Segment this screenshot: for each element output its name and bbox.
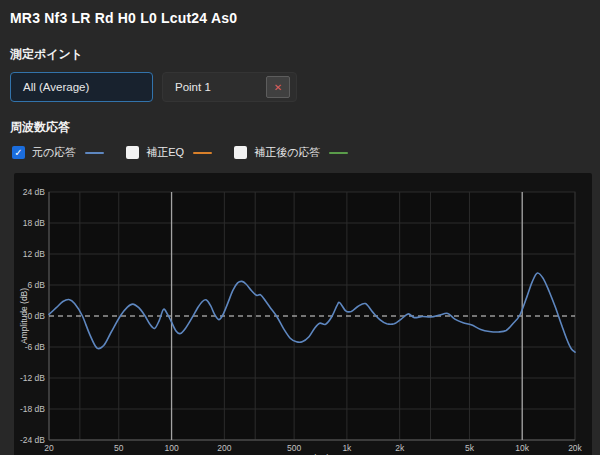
toggle-corrected-response[interactable]: 補正後の応答: [234, 145, 348, 160]
measurement-points-heading: 測定ポイント: [10, 46, 592, 63]
svg-text:1k: 1k: [342, 443, 352, 453]
chip-all-average-label: All (Average): [23, 81, 89, 93]
page: MR3 Nf3 LR Rd H0 L0 Lcut24 As0 測定ポイント Al…: [0, 0, 600, 455]
svg-text:20: 20: [44, 443, 54, 453]
svg-text:-18 dB: -18 dB: [20, 404, 45, 414]
svg-text:20k: 20k: [568, 443, 582, 453]
frequency-response-section: 周波数応答 ✓ 元の応答 補正EQ 補正後の応答: [10, 119, 592, 160]
svg-text:24 dB: 24 dB: [23, 187, 46, 197]
toggle-original-response[interactable]: ✓ 元の応答: [12, 145, 104, 160]
svg-text:200: 200: [217, 443, 231, 453]
measurement-points-section: 測定ポイント All (Average) Point 1 ✕: [10, 46, 592, 102]
toggle-original-response-label: 元の応答: [32, 145, 76, 160]
checkbox-correction-eq-icon[interactable]: [126, 146, 139, 159]
svg-text:6 dB: 6 dB: [28, 280, 46, 290]
measurement-point-chips: All (Average) Point 1 ✕: [10, 72, 592, 102]
chip-all-average[interactable]: All (Average): [10, 72, 153, 102]
frequency-response-chart[interactable]: 24 dB18 dB12 dB6 dB0 dB-6 dB-12 dB-18 dB…: [14, 173, 592, 455]
svg-text:5k: 5k: [465, 443, 475, 453]
svg-text:12 dB: 12 dB: [23, 249, 46, 259]
page-title: MR3 Nf3 LR Rd H0 L0 Lcut24 As0: [10, 10, 592, 26]
series-toggle-row: ✓ 元の応答 補正EQ 補正後の応答: [12, 145, 592, 160]
svg-text:-24 dB: -24 dB: [20, 435, 45, 445]
toggle-correction-eq[interactable]: 補正EQ: [126, 145, 212, 160]
chip-point-1-label: Point 1: [175, 81, 211, 93]
frequency-response-chart-panel: 24 dB18 dB12 dB6 dB0 dB-6 dB-12 dB-18 dB…: [14, 173, 592, 455]
svg-text:0 dB: 0 dB: [28, 311, 46, 321]
svg-text:2k: 2k: [395, 443, 405, 453]
correction-eq-line-swatch-icon: [193, 152, 212, 154]
checkbox-corrected-response-icon[interactable]: [234, 146, 247, 159]
svg-text:Amplitude (dB): Amplitude (dB): [19, 288, 29, 344]
svg-text:10k: 10k: [515, 443, 529, 453]
svg-text:18 dB: 18 dB: [23, 218, 46, 228]
svg-text:100: 100: [164, 443, 178, 453]
chip-point-1[interactable]: Point 1 ✕: [162, 72, 297, 102]
svg-text:-12 dB: -12 dB: [20, 373, 45, 383]
svg-text:500: 500: [287, 443, 301, 453]
svg-text:50: 50: [114, 443, 124, 453]
close-icon: ✕: [274, 82, 282, 93]
corrected-response-line-swatch-icon: [329, 152, 348, 154]
frequency-response-heading: 周波数応答: [10, 119, 592, 136]
original-response-line-swatch-icon: [85, 152, 104, 154]
toggle-corrected-response-label: 補正後の応答: [254, 145, 320, 160]
chip-point-1-close-button[interactable]: ✕: [266, 76, 290, 98]
toggle-correction-eq-label: 補正EQ: [146, 145, 184, 160]
checkbox-original-response-icon[interactable]: ✓: [12, 146, 25, 159]
